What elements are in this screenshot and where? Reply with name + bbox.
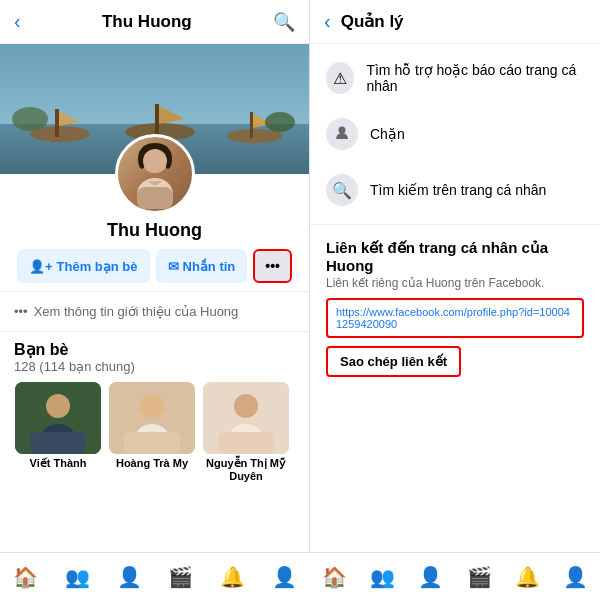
add-friend-label: Thêm bạn bè — [57, 259, 138, 274]
report-icon: ⚠ — [326, 62, 354, 94]
back-icon-left[interactable]: ‹ — [14, 10, 21, 33]
menu-items: ⚠ Tìm hỗ trợ hoặc báo cáo trang cá nhân … — [310, 44, 600, 225]
link-url-box: https://www.facebook.com/profile.php?id=… — [326, 298, 584, 338]
profile-avatar-wrapper — [0, 134, 309, 214]
link-title: Liên kết đến trang cá nhân của Huong — [326, 239, 584, 274]
message-button[interactable]: ✉ Nhắn tin — [156, 249, 248, 283]
menu-item-block[interactable]: Chặn — [310, 106, 600, 162]
friend-item[interactable]: Hoàng Trà My — [108, 382, 196, 482]
svg-rect-27 — [124, 432, 180, 454]
svg-rect-23 — [30, 432, 86, 454]
info-row: ••• Xem thông tin giới thiệu của Huong — [14, 298, 295, 325]
friend-name-2: Hoàng Trà My — [116, 457, 188, 469]
nav-friends-right[interactable]: 👥 — [362, 561, 403, 593]
left-panel: ‹ Thu Huong 🔍 — [0, 0, 310, 600]
more-button[interactable]: ••• — [253, 249, 292, 283]
svg-point-25 — [140, 394, 164, 418]
nav-friends-left[interactable]: 👥 — [57, 561, 98, 593]
dots-icon: ••• — [14, 304, 28, 319]
friend-avatar-1 — [15, 382, 101, 454]
nav-profile-left[interactable]: 👤 — [109, 561, 150, 593]
svg-point-21 — [46, 394, 70, 418]
svg-point-17 — [143, 149, 167, 173]
menu-item-search[interactable]: 🔍 Tìm kiếm trên trang cá nhân — [310, 162, 600, 218]
link-section: Liên kết đến trang cá nhân của Huong Liê… — [310, 225, 600, 391]
svg-point-29 — [234, 394, 258, 418]
friend-name-1: Viết Thành — [30, 457, 87, 470]
nav-bell-left[interactable]: 🔔 — [212, 561, 253, 593]
bottom-nav-left: 🏠 👥 👤 🎬 🔔 👤 — [0, 552, 310, 600]
svg-point-32 — [339, 127, 346, 134]
copy-link-button[interactable]: Sao chép liên kết — [326, 346, 461, 377]
messenger-icon: ✉ — [168, 259, 179, 274]
right-header-title: Quản lý — [341, 11, 404, 32]
profile-name: Thu Huong — [0, 220, 309, 241]
friends-title: Bạn bè — [14, 340, 295, 359]
bottom-nav-right: 🏠 👥 👤 🎬 🔔 👤 — [310, 552, 600, 600]
nav-home-right[interactable]: 🏠 — [314, 561, 355, 593]
menu-item-report[interactable]: ⚠ Tìm hỗ trợ hoặc báo cáo trang cá nhân — [310, 50, 600, 106]
add-friend-icon: 👤+ — [29, 259, 53, 274]
block-icon — [326, 118, 358, 150]
back-icon-right[interactable]: ‹ — [324, 10, 331, 33]
info-section: ••• Xem thông tin giới thiệu của Huong — [0, 291, 309, 332]
search-icon-left[interactable]: 🔍 — [273, 11, 295, 33]
friend-item[interactable]: Viết Thành — [14, 382, 102, 482]
svg-rect-31 — [218, 432, 274, 454]
friends-grid: Viết Thành Hoàng Trà My — [14, 382, 295, 482]
right-header: ‹ Quản lý — [310, 0, 600, 44]
svg-rect-19 — [137, 187, 173, 209]
search-profile-icon: 🔍 — [326, 174, 358, 206]
menu-item-report-label: Tìm hỗ trợ hoặc báo cáo trang cá nhân — [366, 62, 584, 94]
nav-home-left[interactable]: 🏠 — [5, 561, 46, 593]
svg-rect-3 — [55, 109, 59, 137]
friend-avatar-2 — [109, 382, 195, 454]
add-friend-button[interactable]: 👤+ Thêm bạn bè — [17, 249, 150, 283]
link-subtitle: Liên kết riêng của Huong trên Facebook. — [326, 276, 584, 290]
nav-menu-left[interactable]: 👤 — [264, 561, 305, 593]
right-panel: ‹ Quản lý ⚠ Tìm hỗ trợ hoặc báo cáo tran… — [310, 0, 600, 600]
friend-avatar-3 — [203, 382, 289, 454]
profile-avatar — [115, 134, 195, 214]
friend-name-3: Nguyễn Thị Mỹ Duyên — [202, 457, 290, 482]
svg-point-12 — [265, 112, 295, 132]
menu-item-search-label: Tìm kiếm trên trang cá nhân — [370, 182, 546, 198]
left-header-title: Thu Huong — [102, 12, 192, 32]
nav-profile-right[interactable]: 👤 — [410, 561, 451, 593]
nav-video-left[interactable]: 🎬 — [160, 561, 201, 593]
friends-count: 128 (114 bạn chung) — [14, 359, 295, 374]
friend-item[interactable]: Nguyễn Thị Mỹ Duyên — [202, 382, 290, 482]
action-buttons: 👤+ Thêm bạn bè ✉ Nhắn tin ••• — [0, 241, 309, 291]
message-label: Nhắn tin — [183, 259, 236, 274]
info-text: Xem thông tin giới thiệu của Huong — [34, 304, 239, 319]
friends-section: Bạn bè 128 (114 bạn chung) Viết Thành — [0, 332, 309, 490]
menu-item-block-label: Chặn — [370, 126, 405, 142]
nav-menu-right[interactable]: 👤 — [555, 561, 596, 593]
nav-bell-right[interactable]: 🔔 — [507, 561, 548, 593]
svg-point-11 — [12, 107, 48, 131]
svg-rect-6 — [155, 104, 159, 134]
left-header: ‹ Thu Huong 🔍 — [0, 0, 309, 44]
nav-video-right[interactable]: 🎬 — [459, 561, 500, 593]
